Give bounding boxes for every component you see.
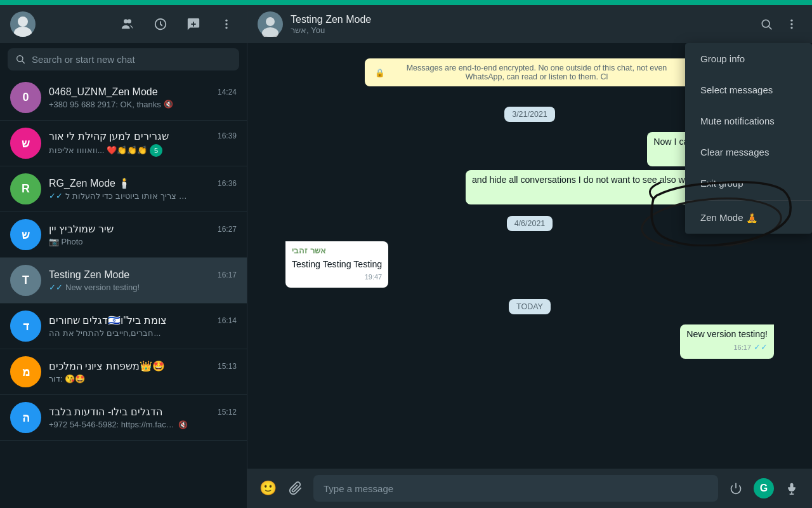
chat-header: Testing Zen Mode אשר, You: [247, 5, 812, 43]
chat-preview-text: חברים,חייבים להתחיל את הה...: [49, 328, 160, 338]
svg-point-1: [14, 27, 32, 37]
msg-meta: 16:17 ✓✓: [686, 342, 768, 353]
chat-info-top: שגרירים למען קהילת לי אור 16:39: [49, 130, 237, 142]
chat-info: דגלים שחורים🇮🇱צומת ביל"ו 16:14 חברים,חיי…: [49, 314, 237, 338]
svg-point-18: [790, 27, 792, 29]
status-icon[interactable]: [150, 14, 171, 34]
chat-list-item[interactable]: T Testing Zen Mode 16:17 ✓✓ New version …: [0, 258, 247, 304]
chat-name-label: שגרירים למען קהילת לי אור: [49, 130, 169, 142]
chat-preview-text: וואוווו אליפות... ❤️👏👏👏: [49, 145, 147, 155]
svg-point-13: [262, 27, 278, 37]
zen-mode-item[interactable]: Zen Mode 🧘: [685, 202, 812, 234]
chat-avatar-img: ש: [10, 219, 41, 250]
chat-sub: אשר, You: [291, 25, 749, 35]
svg-point-0: [18, 17, 28, 27]
mute-notifications-item[interactable]: Mute notifications: [685, 105, 812, 137]
chat-avatar-img: 0: [10, 82, 41, 113]
chat-time-label: 15:12: [218, 408, 237, 417]
chat-info-top: משפחת ציוני המלכים👑🤩 15:13: [49, 360, 237, 372]
chat-preview: וואוווו אליפות... ❤️👏👏👏 5: [49, 144, 237, 157]
chat-name-label: הדגלים בילו- הודעות בלבד: [49, 406, 162, 418]
chat-info: הדגלים בילו- הודעות בלבד 15:12 +972 54-5…: [49, 406, 237, 429]
chat-preview-text: אותו סרטון היה צריך אותו ביוטיוב כדי להע…: [65, 191, 192, 201]
chat-preview: +972 54-546-5982: https://m.facebook.com…: [49, 420, 237, 429]
chat-info-top: שיר שמולביץ יין 16:27: [49, 223, 237, 235]
chat-name-label: RG_Zen Mode 🕯️: [49, 177, 131, 189]
svg-point-14: [762, 20, 769, 27]
new-chat-icon[interactable]: [183, 14, 204, 34]
svg-point-2: [124, 19, 128, 23]
chat-name-label: דגלים שחורים🇮🇱צומת ביל"ו: [49, 314, 167, 326]
chat-time-label: 16:17: [218, 271, 237, 279]
chat-preview-text: 📷 Photo: [49, 237, 83, 246]
msg-bubble: אשר זהבי Testing Testing Testing 19:47: [285, 241, 388, 287]
chat-list-item[interactable]: ה הדגלים בילו- הודעות בלבד 15:12 +972 54…: [0, 395, 247, 441]
encryption-text: Messages are end-to-end encrypted. No on…: [389, 64, 684, 81]
chat-name-label: שיר שמולביץ יין: [49, 223, 114, 235]
chat-avatar-img: ד: [10, 311, 41, 342]
exit-group-item[interactable]: Exit group: [685, 168, 812, 199]
power-icon[interactable]: [726, 478, 746, 498]
chat-header-actions: [756, 14, 802, 34]
search-container: [0, 43, 247, 75]
chat-time-label: 16:36: [218, 179, 237, 188]
msg-ticks: ✓✓: [754, 342, 768, 353]
chat-info: 0468_UZNM_Zen Mode 14:24 +380 95 688 291…: [49, 86, 237, 109]
group-info-item[interactable]: Group info: [685, 43, 812, 74]
svg-point-10: [17, 56, 23, 62]
msg-time: 19:47: [365, 272, 383, 282]
chat-info: RG_Zen Mode 🕯️ 16:36 ✓✓ אותו סרטון היה צ…: [49, 177, 237, 201]
chat-info: משפחת ציוני המלכים👑🤩 15:13 דור: 😘🤩: [49, 360, 237, 384]
input-bar: 🙂 G: [247, 469, 812, 508]
svg-line-15: [769, 27, 772, 30]
chat-preview: דור: 😘🤩: [49, 374, 237, 384]
chat-avatar[interactable]: [258, 11, 283, 37]
select-messages-item[interactable]: Select messages: [685, 74, 812, 105]
left-panel: 0 0468_UZNM_Zen Mode 14:24 +380 95 688 2…: [0, 5, 247, 508]
chat-time-label: 16:27: [218, 225, 237, 234]
svg-line-11: [22, 61, 25, 64]
emoji-icon[interactable]: 🙂: [258, 478, 278, 498]
search-input[interactable]: [32, 54, 232, 65]
chat-info-top: 0468_UZNM_Zen Mode 14:24: [49, 86, 237, 98]
chat-list-item[interactable]: 0 0468_UZNM_Zen Mode 14:24 +380 95 688 2…: [0, 75, 247, 121]
chat-list-item[interactable]: ד דגלים שחורים🇮🇱צומת ביל"ו 16:14 חברים,ח…: [0, 304, 247, 349]
chat-search-icon[interactable]: [756, 14, 776, 34]
chat-avatar-img: ה: [10, 402, 41, 433]
chat-list-item[interactable]: ש שגרירים למען קהילת לי אור 16:39 וואווו…: [0, 121, 247, 166]
chat-list-item[interactable]: מ משפחת ציוני המלכים👑🤩 15:13 דור: 😘🤩: [0, 349, 247, 395]
msg-row: אשר זהבי Testing Testing Testing 19:47: [285, 241, 774, 287]
dropdown-menu: Group infoSelect messagesMute notificati…: [685, 43, 812, 234]
chat-avatar-img: T: [10, 265, 41, 296]
svg-point-8: [225, 23, 227, 25]
date-bubble-1: 3/21/2021: [504, 107, 555, 122]
chat-preview-text: +380 95 688 2917: OK, thanks: [49, 100, 161, 109]
chat-info-top: הדגלים בילו- הודעות בלבד 15:12: [49, 406, 237, 418]
tick-icon: ✓✓: [49, 283, 63, 292]
chat-preview: ✓✓ New version testing!: [49, 283, 237, 292]
chat-avatar-img: מ: [10, 356, 41, 387]
left-menu-icon[interactable]: [216, 14, 237, 34]
chat-info: Testing Zen Mode 16:17 ✓✓ New version te…: [49, 269, 237, 292]
clear-messages-item[interactable]: Clear messages: [685, 137, 812, 168]
chat-list: 0 0468_UZNM_Zen Mode 14:24 +380 95 688 2…: [0, 75, 247, 508]
chat-preview: חברים,חייבים להתחיל את הה...: [49, 328, 237, 338]
profile-avatar[interactable]: [10, 11, 36, 37]
microphone-icon[interactable]: [782, 478, 802, 498]
chat-list-item[interactable]: ש שיר שמולביץ יין 16:27 📷 Photo: [0, 212, 247, 258]
left-header-left: [10, 11, 36, 37]
lock-icon: 🔒: [375, 68, 385, 77]
search-icon: [15, 54, 25, 64]
chat-name-label: 0468_UZNM_Zen Mode: [49, 86, 158, 98]
message-input[interactable]: [313, 475, 718, 502]
chat-list-item[interactable]: R RG_Zen Mode 🕯️ 16:36 ✓✓ אותו סרטון היה…: [0, 166, 247, 212]
community-icon[interactable]: [117, 14, 138, 34]
chat-info: שגרירים למען קהילת לי אור 16:39 וואוווו …: [49, 130, 237, 157]
chat-more-icon[interactable]: [782, 14, 802, 34]
chat-preview-text: New version testing!: [65, 283, 140, 292]
msg-row: New version testing! 16:17 ✓✓: [285, 324, 774, 359]
chat-time-label: 14:24: [218, 88, 237, 97]
chat-preview: +380 95 688 2917: OK, thanks 🔇: [49, 100, 237, 109]
attach-icon[interactable]: [285, 478, 306, 498]
grammarcheck-icon[interactable]: G: [754, 478, 774, 498]
